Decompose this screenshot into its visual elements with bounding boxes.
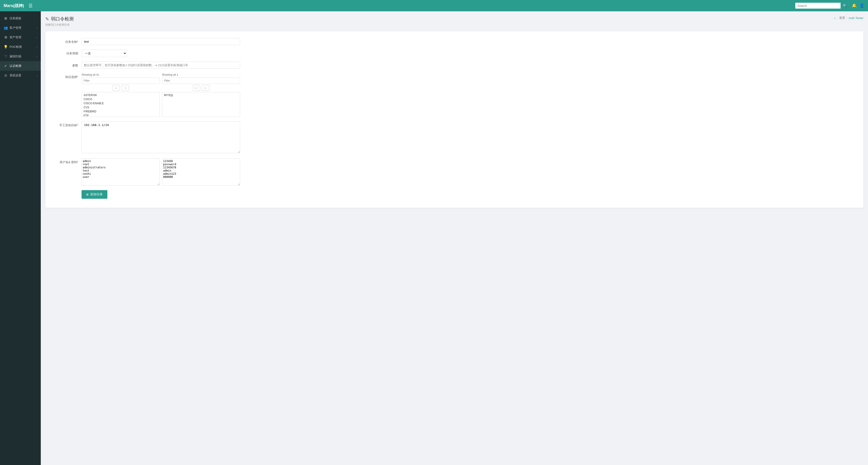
credentials-row: 用户名& 密码* admin root administrators test … bbox=[54, 158, 855, 185]
page-title-text: 弱口令检测 bbox=[51, 16, 73, 22]
settings-icon: ⊙ bbox=[4, 74, 8, 78]
manual-target-control: 192.168.1.1/24 bbox=[82, 121, 240, 154]
task-name-label: 任务名称* bbox=[54, 38, 82, 44]
protocol-right-filter[interactable] bbox=[162, 78, 240, 84]
search-input[interactable] bbox=[795, 3, 841, 9]
protocol-move-all-left-btn[interactable]: ← bbox=[202, 85, 209, 91]
topnav-right: 🔍 🔔 👤 bbox=[795, 3, 864, 9]
breadcrumb-sep2: / bbox=[846, 16, 847, 20]
protocol-move-left-btn[interactable]: ← bbox=[193, 85, 200, 91]
client-icon: 👥 bbox=[4, 26, 8, 30]
breadcrumb-current: Auth Tester bbox=[848, 16, 864, 20]
task-name-input[interactable] bbox=[82, 38, 240, 45]
page-header: ✎ 弱口令检测 创建弱口令检测任务 ⌂ / 首页 / Auth Tester bbox=[45, 16, 864, 27]
list-item[interactable]: MYSQL bbox=[163, 93, 239, 97]
sidebar-item-asset-management[interactable]: ⚙ 资产管理 › bbox=[0, 33, 41, 42]
passwords-textarea[interactable]: 123456 password 12345678 admin admin123 … bbox=[162, 158, 240, 185]
sidebar-item-poc-detection[interactable]: 💡 POC检测 › bbox=[0, 42, 41, 52]
breadcrumb-home-label[interactable]: 首页 bbox=[839, 16, 845, 20]
list-item[interactable]: FTP bbox=[83, 114, 159, 117]
credentials-control: admin root administrators test ceshi use… bbox=[82, 158, 240, 185]
hamburger-icon[interactable]: ☰ bbox=[29, 3, 33, 8]
protocol-left-box[interactable]: ASTERISK CISCO CISCO-ENABLE CVS FIREBIRD… bbox=[82, 92, 160, 117]
sidebar-label-auth: 认证检测 bbox=[9, 64, 21, 68]
sidebar-label-client: 客户管理 bbox=[9, 26, 21, 30]
search-bar: 🔍 bbox=[795, 3, 849, 9]
list-item[interactable]: FIREBIRD bbox=[83, 110, 159, 114]
add-task-button[interactable]: ⊕ 添加任务 bbox=[82, 190, 107, 199]
protocol-move-all-right-btn[interactable]: → bbox=[113, 85, 120, 91]
protocol-right-panel: Showing all 1 ← ← MYSQL bbox=[162, 73, 240, 117]
protocol-left-filter[interactable] bbox=[82, 78, 160, 84]
params-label: 参数 bbox=[54, 62, 82, 67]
list-item[interactable]: ASTERISK bbox=[83, 93, 159, 97]
add-task-label: 添加任务 bbox=[90, 193, 103, 197]
params-control bbox=[82, 62, 240, 69]
breadcrumb-sep1: / bbox=[837, 16, 838, 20]
protocol-right-count: Showing all 1 bbox=[162, 73, 240, 76]
breadcrumb-home-icon[interactable]: ⌂ bbox=[834, 16, 836, 20]
sidebar-label-dashboard: 仪表面板 bbox=[9, 16, 21, 20]
task-period-select[interactable]: 一次 每天 每周 每月 bbox=[82, 50, 127, 57]
page-title-icon: ✎ bbox=[45, 16, 49, 22]
protocol-left-panel: Showing all 41 → → ASTERISK CISCO CISCO-… bbox=[82, 73, 160, 117]
sidebar-item-vuln-scan[interactable]: ♡ 漏洞扫描 › bbox=[0, 52, 41, 61]
topnav: Mars(战神) ☰ 🔍 🔔 👤 bbox=[0, 0, 868, 11]
task-period-row: 任务周期 一次 每天 每周 每月 bbox=[54, 50, 855, 57]
protocol-left-count: Showing all 41 bbox=[82, 73, 160, 76]
task-name-row: 任务名称* bbox=[54, 38, 855, 45]
params-row: 参数 bbox=[54, 62, 855, 69]
list-item[interactable]: CISCO bbox=[83, 97, 159, 101]
sidebar-label-poc: POC检测 bbox=[9, 45, 22, 49]
chevron-icon: › bbox=[36, 27, 37, 29]
add-task-icon: ⊕ bbox=[86, 193, 89, 196]
app-logo: Mars(战神) bbox=[4, 3, 24, 8]
protocol-row: 协议选择* Showing all 41 → → ASTERISK C bbox=[54, 73, 855, 117]
sidebar-label-vuln: 漏洞扫描 bbox=[9, 54, 21, 58]
page-title: ✎ 弱口令检测 bbox=[45, 16, 73, 22]
chevron-icon-6: › bbox=[36, 74, 37, 77]
protocol-dual-list: Showing all 41 → → ASTERISK CISCO CISCO-… bbox=[82, 73, 240, 117]
page-subtitle: 创建弱口令检测任务 bbox=[45, 23, 73, 27]
user-icon[interactable]: 👤 bbox=[859, 3, 864, 8]
protocol-control: Showing all 41 → → ASTERISK CISCO CISCO-… bbox=[82, 73, 240, 117]
sidebar-item-system-settings[interactable]: ⊙ 系统设置 › bbox=[0, 71, 41, 80]
sidebar: ⊞ 仪表面板 👥 客户管理 › ⚙ 资产管理 › 💡 POC检测 › ♡ 漏洞扫… bbox=[0, 11, 41, 465]
chevron-icon-5: › bbox=[36, 65, 37, 67]
auth-icon: ✓ bbox=[4, 64, 8, 68]
credentials-dual-list: admin root administrators test ceshi use… bbox=[82, 158, 240, 185]
poc-icon: 💡 bbox=[4, 45, 8, 49]
task-name-control bbox=[82, 38, 240, 45]
task-period-control: 一次 每天 每周 每月 bbox=[82, 50, 240, 57]
chevron-icon-3: › bbox=[36, 46, 37, 48]
sidebar-item-client-management[interactable]: 👥 客户管理 › bbox=[0, 23, 41, 33]
page-title-block: ✎ 弱口令检测 创建弱口令检测任务 bbox=[45, 16, 73, 27]
asset-icon: ⚙ bbox=[4, 35, 8, 39]
manual-target-row: 手工添加目标* 192.168.1.1/24 bbox=[54, 121, 855, 154]
protocol-label: 协议选择* bbox=[54, 73, 82, 79]
sidebar-label-asset: 资产管理 bbox=[9, 35, 21, 39]
credentials-label: 用户名& 密码* bbox=[54, 158, 82, 164]
manual-target-textarea[interactable]: 192.168.1.1/24 bbox=[82, 121, 240, 153]
protocol-move-right-btn[interactable]: → bbox=[122, 85, 129, 91]
sidebar-item-dashboard[interactable]: ⊞ 仪表面板 bbox=[0, 13, 41, 23]
vuln-icon: ♡ bbox=[4, 54, 8, 58]
sidebar-item-auth-detection[interactable]: ✓ 认证检测 › bbox=[0, 61, 41, 71]
list-item[interactable]: CISCO-ENABLE bbox=[83, 101, 159, 105]
chevron-icon-2: › bbox=[36, 36, 37, 39]
protocol-right-box[interactable]: MYSQL bbox=[162, 92, 240, 117]
chevron-icon-4: › bbox=[36, 55, 37, 58]
sidebar-label-settings: 系统设置 bbox=[9, 74, 21, 78]
main-content: ✎ 弱口令检测 创建弱口令检测任务 ⌂ / 首页 / Auth Tester 任… bbox=[41, 11, 868, 465]
usernames-textarea[interactable]: admin root administrators test ceshi use… bbox=[82, 158, 160, 185]
manual-target-label: 手工添加目标* bbox=[54, 121, 82, 127]
bell-icon[interactable]: 🔔 bbox=[852, 3, 857, 8]
task-period-label: 任务周期 bbox=[54, 50, 82, 56]
params-input[interactable] bbox=[82, 62, 240, 69]
breadcrumb: ⌂ / 首页 / Auth Tester bbox=[834, 16, 864, 20]
form-card: 任务名称* 任务周期 一次 每天 每周 每月 参数 bbox=[45, 31, 864, 208]
search-button[interactable]: 🔍 bbox=[841, 3, 849, 9]
dashboard-icon: ⊞ bbox=[4, 16, 8, 20]
list-item[interactable]: CVS bbox=[83, 105, 159, 110]
